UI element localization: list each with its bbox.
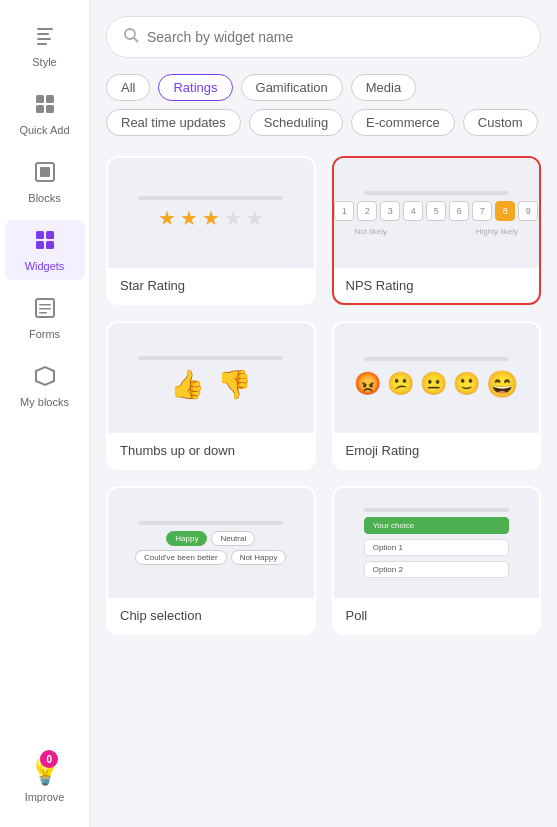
thumbs-down-icon: 👎 xyxy=(217,368,252,401)
poll-question: Your choice xyxy=(364,517,509,534)
filter-chip-ratings[interactable]: Ratings xyxy=(158,74,232,101)
widget-card-nps-rating[interactable]: 0 1 2 3 4 5 6 7 8 9 10 Not likely xyxy=(332,156,542,305)
widget-card-thumbs[interactable]: 👍 👎 Thumbs up or down xyxy=(106,321,316,470)
nps-label-left: Not likely xyxy=(355,227,387,236)
svg-rect-12 xyxy=(36,241,44,249)
widget-card-emoji-rating[interactable]: 😡 😕 😐 🙂 😄 Emoji Rating xyxy=(332,321,542,470)
poll-option-1: Option 1 xyxy=(364,539,509,556)
sidebar-item-blocks[interactable]: Blocks xyxy=(5,152,85,212)
emoji-1: 😡 xyxy=(354,371,381,397)
emoji-2: 😕 xyxy=(387,371,414,397)
emoji-5: 😄 xyxy=(486,369,518,400)
sidebar-item-style-label: Style xyxy=(32,56,56,68)
sidebar-item-quick-add-label: Quick Add xyxy=(19,124,69,136)
star-rating-preview: ★ ★ ★ ★ ★ xyxy=(108,158,314,268)
svg-rect-2 xyxy=(37,38,51,40)
thumbs-up-icon: 👍 xyxy=(170,368,205,401)
thumbs-icons: 👍 👎 xyxy=(170,368,252,401)
filter-chip-custom[interactable]: Custom xyxy=(463,109,538,136)
sidebar: Style Quick Add Blocks xyxy=(0,0,90,827)
star-empty-4: ★ xyxy=(224,206,242,230)
poll-option-2: Option 2 xyxy=(364,561,509,578)
svg-rect-6 xyxy=(36,105,44,113)
blocks-icon xyxy=(33,160,57,188)
svg-rect-17 xyxy=(39,312,47,314)
nps-num-9: 9 xyxy=(518,201,538,221)
chip-not-happy: Not Happy xyxy=(231,550,287,565)
svg-rect-15 xyxy=(39,304,51,306)
chip-happy: Happy xyxy=(166,531,207,546)
widgets-icon xyxy=(33,228,57,256)
widget-card-poll[interactable]: Your choice Option 1 Option 2 Poll xyxy=(332,486,542,635)
main-content: All Ratings Gamification Media Real time… xyxy=(90,0,557,827)
filter-chip-all[interactable]: All xyxy=(106,74,150,101)
improve-label: Improve xyxy=(25,791,65,803)
filter-chip-gamification[interactable]: Gamification xyxy=(241,74,343,101)
nps-num-4: 4 xyxy=(403,201,423,221)
my-blocks-icon xyxy=(33,364,57,392)
nps-num-1: 1 xyxy=(334,201,354,221)
sidebar-item-forms-label: Forms xyxy=(29,328,60,340)
chip-neutral: Neutral xyxy=(211,531,255,546)
nps-rating-label: NPS Rating xyxy=(334,268,540,303)
chip-could-be-better: Could've been better xyxy=(135,550,227,565)
thumbs-label: Thumbs up or down xyxy=(108,433,314,468)
improve-button[interactable]: 0 💡 Improve xyxy=(17,748,73,811)
svg-rect-4 xyxy=(36,95,44,103)
sidebar-item-my-blocks[interactable]: My blocks xyxy=(5,356,85,416)
widget-card-star-rating[interactable]: ★ ★ ★ ★ ★ Star Rating xyxy=(106,156,316,305)
style-icon xyxy=(33,24,57,52)
star-rating-label: Star Rating xyxy=(108,268,314,303)
sidebar-item-blocks-label: Blocks xyxy=(28,192,60,204)
emoji-4: 🙂 xyxy=(453,371,480,397)
star-filled-1: ★ xyxy=(158,206,176,230)
chip-sel-preview: Happy Neutral Could've been better Not H… xyxy=(108,488,314,598)
emoji-rating-preview: 😡 😕 😐 🙂 😄 xyxy=(334,323,540,433)
sidebar-item-style[interactable]: Style xyxy=(5,16,85,76)
svg-rect-16 xyxy=(39,308,51,310)
svg-rect-5 xyxy=(46,95,54,103)
forms-icon xyxy=(33,296,57,324)
emoji-rating-label: Emoji Rating xyxy=(334,433,540,468)
svg-rect-7 xyxy=(46,105,54,113)
filter-chip-scheduling[interactable]: Scheduling xyxy=(249,109,343,136)
star-filled-3: ★ xyxy=(202,206,220,230)
emoji-3: 😐 xyxy=(420,371,447,397)
svg-line-19 xyxy=(134,38,138,42)
widget-card-chip-selection[interactable]: Happy Neutral Could've been better Not H… xyxy=(106,486,316,635)
svg-rect-10 xyxy=(36,231,44,239)
sidebar-item-my-blocks-label: My blocks xyxy=(20,396,69,408)
chip-sel-row: Happy Neutral Could've been better Not H… xyxy=(120,531,302,565)
nps-label-right: Highly likely xyxy=(476,227,518,236)
search-icon xyxy=(123,27,139,47)
sidebar-item-widgets-label: Widgets xyxy=(25,260,65,272)
nps-num-6: 6 xyxy=(449,201,469,221)
star-empty-5: ★ xyxy=(246,206,264,230)
poll-label: Poll xyxy=(334,598,540,633)
nps-num-3: 3 xyxy=(380,201,400,221)
emoji-icons: 😡 😕 😐 🙂 😄 xyxy=(354,369,518,400)
nps-num-5: 5 xyxy=(426,201,446,221)
search-input[interactable] xyxy=(147,29,524,45)
nps-num-7: 7 xyxy=(472,201,492,221)
svg-rect-9 xyxy=(40,167,50,177)
sidebar-item-quick-add[interactable]: Quick Add xyxy=(5,84,85,144)
quick-add-icon xyxy=(33,92,57,120)
sidebar-item-widgets[interactable]: Widgets xyxy=(5,220,85,280)
svg-rect-11 xyxy=(46,231,54,239)
svg-rect-3 xyxy=(37,43,47,45)
poll-preview: Your choice Option 1 Option 2 xyxy=(334,488,540,598)
svg-rect-0 xyxy=(37,28,53,30)
sidebar-item-forms[interactable]: Forms xyxy=(5,288,85,348)
nps-num-8: 8 xyxy=(495,201,515,221)
search-bar xyxy=(106,16,541,58)
nps-numbers: 0 1 2 3 4 5 6 7 8 9 10 xyxy=(332,201,542,221)
nps-labels: Not likely Highly likely xyxy=(355,227,518,236)
filter-chip-real-time-updates[interactable]: Real time updates xyxy=(106,109,241,136)
filter-chip-media[interactable]: Media xyxy=(351,74,416,101)
widget-grid: ★ ★ ★ ★ ★ Star Rating 0 1 2 xyxy=(106,156,541,635)
filter-chip-e-commerce[interactable]: E-commerce xyxy=(351,109,455,136)
thumbs-preview: 👍 👎 xyxy=(108,323,314,433)
chip-selection-label: Chip selection xyxy=(108,598,314,633)
svg-rect-13 xyxy=(46,241,54,249)
